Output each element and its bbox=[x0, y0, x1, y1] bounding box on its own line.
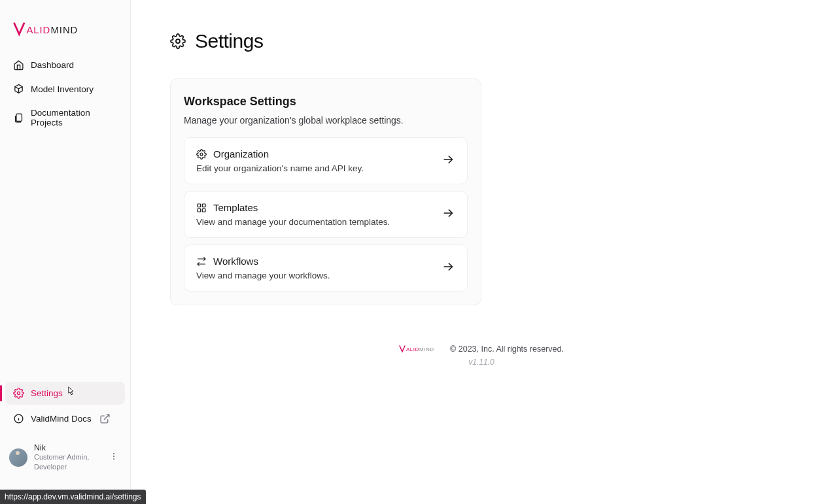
brand-logo-footer: ALID MIND bbox=[399, 344, 445, 354]
external-link-icon bbox=[99, 413, 111, 424]
version-text: v1.11.0 bbox=[131, 358, 832, 367]
brand-logo[interactable]: ALID MIND bbox=[5, 9, 125, 54]
gear-icon bbox=[13, 388, 24, 399]
user-card: Nik Customer Admin, Developer bbox=[5, 437, 125, 479]
nav-bottom: Settings ValidMind Docs Nik Customer Adm… bbox=[5, 382, 125, 504]
main-content: Settings Workspace Settings Manage your … bbox=[131, 0, 832, 504]
sidebar-item-settings[interactable]: Settings bbox=[5, 382, 125, 405]
user-role: Customer Admin, Developer bbox=[34, 452, 100, 472]
setting-item-workflows[interactable]: Workflows View and manage your workflows… bbox=[184, 244, 468, 292]
setting-title: Workflows bbox=[213, 256, 258, 267]
avatar[interactable] bbox=[9, 448, 27, 467]
sidebar-item-dashboard[interactable]: Dashboard bbox=[5, 54, 125, 76]
setting-description: View and manage your workflows. bbox=[196, 271, 330, 280]
svg-rect-12 bbox=[198, 209, 201, 212]
sidebar-item-model-inventory[interactable]: Model Inventory bbox=[5, 78, 125, 101]
info-icon bbox=[13, 413, 24, 424]
svg-point-5 bbox=[113, 453, 114, 454]
user-name: Nik bbox=[34, 443, 100, 452]
setting-description: Edit your organization's name and API ke… bbox=[196, 163, 364, 173]
page-header: Settings bbox=[170, 30, 615, 52]
copyright-text: © 2023, Inc. All rights reserved. bbox=[450, 344, 564, 354]
documents-icon bbox=[13, 112, 24, 124]
home-icon bbox=[13, 59, 24, 71]
swap-icon bbox=[196, 256, 207, 267]
svg-point-7 bbox=[113, 458, 114, 460]
arrow-right-icon bbox=[441, 206, 455, 223]
gear-icon bbox=[170, 33, 186, 49]
sidebar-item-label: Documentation Projects bbox=[31, 108, 117, 127]
svg-text:MIND: MIND bbox=[419, 346, 434, 352]
setting-item-organization[interactable]: Organization Edit your organization's na… bbox=[184, 137, 468, 184]
user-info: Nik Customer Admin, Developer bbox=[34, 443, 100, 472]
setting-description: View and manage your documentation templ… bbox=[196, 217, 390, 227]
sidebar-item-label: Model Inventory bbox=[31, 84, 94, 94]
workspace-settings-card: Workspace Settings Manage your organizat… bbox=[170, 78, 481, 305]
sidebar-item-label: Settings bbox=[31, 388, 63, 398]
setting-title: Organization bbox=[213, 148, 269, 160]
svg-rect-13 bbox=[202, 209, 205, 212]
footer: ALID MIND © 2023, Inc. All rights reserv… bbox=[131, 318, 832, 380]
svg-point-3 bbox=[17, 392, 20, 395]
card-title: Workspace Settings bbox=[184, 95, 468, 109]
setting-title: Templates bbox=[213, 202, 258, 213]
svg-rect-2 bbox=[16, 114, 22, 121]
user-menu-button[interactable] bbox=[107, 449, 121, 466]
card-description: Manage your organization's global workpl… bbox=[184, 115, 468, 126]
svg-text:ALID: ALID bbox=[26, 25, 50, 35]
arrow-right-icon bbox=[441, 260, 455, 277]
page-title: Settings bbox=[195, 30, 263, 52]
svg-text:MIND: MIND bbox=[51, 25, 78, 35]
svg-point-9 bbox=[200, 153, 203, 156]
sidebar: ALID MIND Dashboard Model Inventory Docu… bbox=[0, 0, 131, 504]
arrow-right-icon bbox=[441, 152, 455, 169]
sidebar-item-validmind-docs[interactable]: ValidMind Docs bbox=[5, 407, 125, 430]
sidebar-item-label: ValidMind Docs bbox=[31, 414, 92, 424]
cube-icon bbox=[13, 84, 24, 95]
svg-point-6 bbox=[113, 456, 114, 457]
sidebar-item-documentation-projects[interactable]: Documentation Projects bbox=[5, 102, 125, 133]
more-vertical-icon bbox=[109, 452, 118, 461]
sidebar-item-label: Dashboard bbox=[31, 60, 74, 70]
svg-point-8 bbox=[176, 39, 180, 43]
setting-item-templates[interactable]: Templates View and manage your documenta… bbox=[184, 191, 468, 238]
svg-rect-10 bbox=[198, 204, 201, 207]
svg-text:ALID: ALID bbox=[406, 346, 419, 352]
layout-icon bbox=[196, 203, 207, 213]
status-bar-url: https://app.dev.vm.validmind.ai/settings bbox=[0, 490, 146, 504]
svg-rect-11 bbox=[202, 204, 205, 207]
nav-top: Dashboard Model Inventory Documentation … bbox=[5, 54, 125, 133]
gear-icon bbox=[196, 149, 207, 160]
